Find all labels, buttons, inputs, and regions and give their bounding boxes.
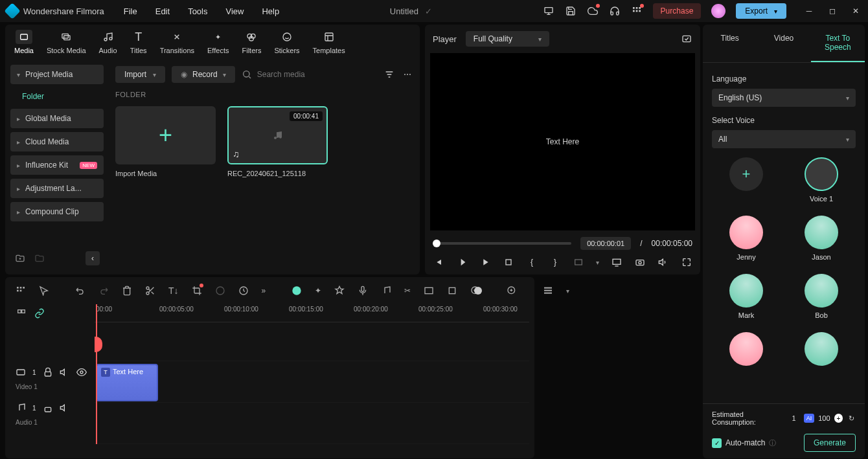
sidebar-folder[interactable]: Folder <box>10 88 104 105</box>
play-icon[interactable] <box>479 256 491 268</box>
speed-icon[interactable] <box>238 285 249 297</box>
stop-icon[interactable] <box>503 256 514 268</box>
headphones-icon[interactable] <box>609 5 621 17</box>
cloud-icon[interactable] <box>587 5 599 17</box>
menu-file[interactable]: File <box>124 6 137 16</box>
tab-media[interactable]: Media <box>14 30 34 54</box>
grid-icon[interactable] <box>16 285 26 297</box>
video-track[interactable]: T Text Here <box>95 361 529 403</box>
more-icon[interactable]: ⋯ <box>402 69 413 80</box>
audio-mix-icon[interactable] <box>381 285 391 297</box>
camera-icon[interactable] <box>634 256 646 268</box>
lock-icon[interactable] <box>43 403 53 413</box>
video-track-header[interactable]: 1 <box>10 361 95 383</box>
volume-icon[interactable] <box>657 256 669 268</box>
playhead[interactable] <box>96 304 97 444</box>
mute-icon[interactable] <box>60 403 70 413</box>
tab-effects[interactable]: ✦Effects <box>207 30 229 54</box>
audio-track-header[interactable]: 1 <box>10 397 95 419</box>
layout-icon[interactable] <box>543 285 553 297</box>
title-clip[interactable]: T Text Here <box>96 364 158 401</box>
audio-track[interactable] <box>95 403 529 444</box>
export-button[interactable]: Export▾ <box>736 3 786 19</box>
link-icon[interactable] <box>34 308 45 319</box>
tab-titles[interactable]: TTitles <box>130 30 147 54</box>
voice-item[interactable] <box>787 332 856 370</box>
voice-add[interactable]: + <box>712 157 781 203</box>
folder-icon[interactable] <box>34 252 45 264</box>
tab-templates[interactable]: Templates <box>313 30 345 54</box>
sync-icon[interactable]: ✓ <box>425 6 432 16</box>
render-icon[interactable] <box>424 285 434 297</box>
marker-icon[interactable] <box>334 285 345 297</box>
menu-edit[interactable]: Edit <box>155 6 170 16</box>
mark-out-icon[interactable]: } <box>549 256 561 268</box>
generate-button[interactable]: Generate <box>804 434 856 452</box>
help-icon[interactable]: ⓘ <box>769 438 776 448</box>
snapshot-icon[interactable] <box>681 33 692 45</box>
voice-mark[interactable]: Mark <box>712 274 781 319</box>
voice-jason[interactable]: Jason <box>787 216 856 261</box>
sidebar-project-media[interactable]: ▾Project Media <box>10 65 104 84</box>
tab-stock[interactable]: Stock Media <box>47 30 86 54</box>
crop-icon[interactable] <box>192 285 202 297</box>
track-area[interactable]: 00:00 00:00:05:00 00:00:10:00 00:00:15:0… <box>95 304 529 444</box>
automatch-checkbox[interactable]: ✓ Auto-match ⓘ <box>712 438 776 448</box>
tab-audio[interactable]: Audio <box>99 30 117 54</box>
sparkle-icon[interactable]: ✦ <box>315 285 321 297</box>
sidebar-compound-clip[interactable]: ▸Compound Clip <box>10 202 104 221</box>
voice-bob[interactable]: Bob <box>787 274 856 319</box>
layout-dropdown-icon[interactable]: ▾ <box>566 287 569 295</box>
menu-view[interactable]: View <box>225 6 244 16</box>
keyframe-icon[interactable]: ✂ <box>404 285 411 297</box>
ai-icon[interactable] <box>291 285 302 297</box>
ratio-dropdown-icon[interactable]: ▾ <box>596 259 599 266</box>
menu-tools[interactable]: Tools <box>188 6 207 16</box>
menu-help[interactable]: Help <box>262 6 279 16</box>
sidebar-global-media[interactable]: ▸Global Media <box>10 109 104 128</box>
apps-icon[interactable] <box>631 5 643 17</box>
fullscreen-icon[interactable] <box>681 256 692 268</box>
language-select[interactable]: English (US)▾ <box>712 89 856 107</box>
tab-filters[interactable]: Filters <box>242 30 261 54</box>
close-icon[interactable]: ✕ <box>850 5 862 17</box>
track-options-icon[interactable] <box>16 308 27 319</box>
new-folder-icon[interactable] <box>14 252 26 264</box>
media-clip[interactable]: 00:00:41 ♫ REC_20240621_125118 <box>227 106 328 177</box>
prev-frame-icon[interactable] <box>433 256 444 268</box>
voice-1[interactable]: Voice 1 <box>787 157 856 203</box>
expand-icon[interactable]: » <box>262 285 266 297</box>
cursor-icon[interactable] <box>39 285 49 297</box>
record-button[interactable]: ◉Record▾ <box>172 66 235 83</box>
user-avatar[interactable] <box>711 4 725 18</box>
mute-icon[interactable] <box>60 367 70 377</box>
save-icon[interactable] <box>565 5 577 17</box>
sidebar-cloud-media[interactable]: ▸Cloud Media <box>10 132 104 151</box>
minimize-icon[interactable]: ─ <box>803 5 815 17</box>
split-icon[interactable] <box>145 285 155 297</box>
tts-tab-titles[interactable]: Titles <box>703 25 757 62</box>
undo-icon[interactable] <box>75 285 86 297</box>
video-preview[interactable]: Text Here <box>430 53 695 230</box>
import-media-tile[interactable]: + Import Media <box>115 106 216 177</box>
mark-in-icon[interactable]: { <box>526 256 538 268</box>
display-icon[interactable] <box>611 256 622 268</box>
visibility-icon[interactable] <box>76 367 87 377</box>
speed-ramp-icon[interactable] <box>215 285 225 297</box>
collapse-sidebar-icon[interactable]: ‹ <box>86 251 100 265</box>
sidebar-adjustment-layer[interactable]: ▸Adjustment La... <box>10 179 104 198</box>
add-credits-icon[interactable]: + <box>834 414 843 423</box>
search-input[interactable] <box>257 70 377 79</box>
ratio-icon[interactable] <box>573 256 584 268</box>
spacer-track[interactable] <box>95 322 529 361</box>
voice-filter-select[interactable]: All▾ <box>712 130 856 148</box>
sidebar-influence-kit[interactable]: ▸Influence KitNEW <box>10 155 104 175</box>
refresh-icon[interactable]: ↻ <box>847 414 856 423</box>
lock-icon[interactable] <box>43 367 53 377</box>
voice-item[interactable] <box>712 332 781 370</box>
zoom-in-icon[interactable] <box>507 285 517 297</box>
voice-jenny[interactable]: Jenny <box>712 216 781 261</box>
filter-icon[interactable] <box>383 69 395 80</box>
timeline-ruler[interactable]: 00:00 00:00:05:00 00:00:10:00 00:00:15:0… <box>95 304 529 322</box>
purchase-button[interactable]: Purchase <box>653 3 702 19</box>
